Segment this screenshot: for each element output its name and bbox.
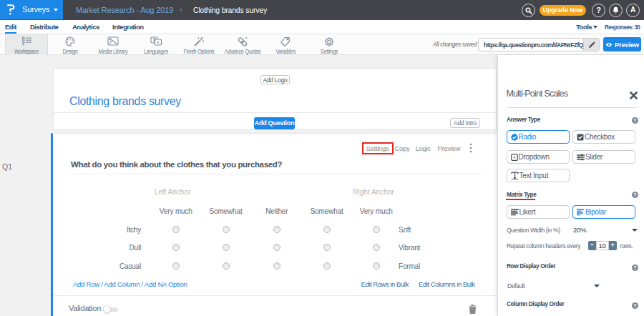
svg-text:A: A [157, 40, 160, 44]
